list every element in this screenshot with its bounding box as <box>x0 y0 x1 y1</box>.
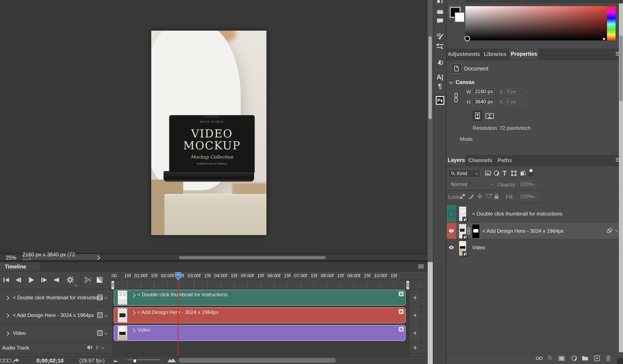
audio-speaker-icon[interactable] <box>87 345 93 350</box>
tab-timeline[interactable]: Timeline <box>0 262 40 271</box>
layer-thumbnail[interactable] <box>459 241 467 256</box>
canvas-width-field[interactable]: 2160 px <box>472 88 494 95</box>
panel-resize-corner[interactable] <box>617 358 623 364</box>
collapsed-tab-stubs[interactable] <box>466 0 623 3</box>
canvas-vertical-scrollbar-thumb[interactable] <box>428 36 432 119</box>
link-layers-button[interactable] <box>536 356 543 360</box>
layer-row-instructions[interactable]: < Double click thumbnail for instruction… <box>447 205 623 222</box>
audio-options-chevron-icon[interactable] <box>101 346 104 349</box>
comment-icon[interactable] <box>437 18 444 24</box>
timeline-scrollbar-strip[interactable] <box>428 262 433 364</box>
color-field-cursor-icon[interactable] <box>465 36 470 41</box>
delete-layer-trash-button[interactable] <box>605 355 611 362</box>
timeline-ruler[interactable]: 00 15f 01:00f 15f 02:00f 15f 03:00f 15f … <box>113 272 428 280</box>
audio-track-header[interactable]: Audio Track ♪ <box>0 342 112 353</box>
hue-marker-icon[interactable] <box>602 37 607 41</box>
filter-toggle-switch[interactable] <box>529 168 533 177</box>
filter-image-icon[interactable] <box>485 171 491 176</box>
panel-scrollbar-strip[interactable] <box>619 3 623 352</box>
tab-properties[interactable]: Properties <box>509 48 539 60</box>
playhead-handle[interactable] <box>175 272 181 280</box>
clip-expand-chevron-icon[interactable] <box>131 328 136 333</box>
track-clip-video[interactable]: Video <box>113 325 406 341</box>
clip-expand-chevron-icon[interactable] <box>131 311 136 315</box>
history-icon[interactable] <box>436 59 444 65</box>
paragraph-panel-icon[interactable]: ¶ <box>438 82 442 90</box>
document-type-icon[interactable] <box>451 63 462 74</box>
track-expand-chevron-icon[interactable] <box>5 296 9 300</box>
canvas-height-field[interactable]: 3840 px <box>472 98 494 105</box>
layer-thumbnail[interactable] <box>459 206 467 222</box>
timeline-zoom-slider-thumb[interactable] <box>132 358 138 363</box>
canvas-horizontal-scrollbar[interactable] <box>179 256 326 259</box>
fill-field[interactable]: 100% <box>517 193 537 201</box>
new-adjustment-layer-button[interactable] <box>571 355 578 362</box>
add-media-button[interactable]: + <box>409 324 421 342</box>
split-at-playhead-scissors-button[interactable] <box>84 276 92 283</box>
track-clip-instructions[interactable]: < Double click thumbnail for instruction… <box>113 289 406 306</box>
canvas-area[interactable]: MOYO STUDIO VIDEO MOCKUP Mockup Collecti… <box>0 0 428 253</box>
tab-layers[interactable]: Layers <box>447 155 466 165</box>
blend-mode-dropdown[interactable]: Normal <box>448 181 496 188</box>
clip-playback-badge-icon[interactable] <box>399 327 404 332</box>
brush-settings-icon[interactable] <box>436 33 444 40</box>
document-canvas[interactable]: MOYO STUDIO VIDEO MOCKUP Mockup Collecti… <box>151 31 267 235</box>
go-to-start-button[interactable] <box>3 277 10 283</box>
track-header-add-design[interactable]: < Add Design Here - 3024 x 1964px <box>0 306 112 324</box>
track-header-instructions[interactable]: < Double click thumbnail for instruction… <box>0 289 112 306</box>
tab-paths[interactable]: Paths <box>495 155 515 165</box>
brushes-icon[interactable] <box>436 43 444 50</box>
link-dimensions-icon[interactable] <box>454 93 458 102</box>
panel-scrollbar-thumb[interactable] <box>619 35 623 101</box>
track-expand-chevron-icon[interactable] <box>5 313 9 318</box>
layer-mask-thumbnail[interactable] <box>472 224 480 239</box>
kind-filter-dropdown[interactable]: Kind <box>448 169 480 178</box>
video-track-film-icon[interactable] <box>97 330 103 336</box>
add-layer-mask-button[interactable] <box>558 356 565 361</box>
orientation-landscape-button[interactable] <box>485 113 494 119</box>
track-options-chevron-icon[interactable] <box>104 314 107 317</box>
previous-frame-button[interactable] <box>15 277 22 283</box>
clip-playback-badge-icon[interactable] <box>399 309 404 314</box>
track-header-video[interactable]: Video <box>0 324 112 342</box>
audio-music-note-icon[interactable]: ♪ <box>95 343 99 350</box>
current-timecode[interactable]: 0;00;02;10 <box>32 357 68 364</box>
track-clip-add-design[interactable]: < Add Design Here - 3024 x 1964px <box>113 307 406 323</box>
canvas-section-chevron-icon[interactable] <box>449 80 453 84</box>
work-area-start-handle[interactable] <box>111 280 115 290</box>
next-frame-button[interactable] <box>41 277 48 283</box>
snapshot-icon[interactable] <box>436 0 444 5</box>
plugins-panel-icon[interactable]: P▮ <box>436 96 444 105</box>
mute-audio-button[interactable] <box>54 277 60 283</box>
frame-squares-icon[interactable] <box>0 359 4 362</box>
color-saturation-field[interactable] <box>465 6 607 40</box>
new-layer-button[interactable] <box>594 355 600 361</box>
orientation-portrait-button[interactable] <box>472 111 483 121</box>
clip-expand-chevron-icon[interactable] <box>131 293 136 298</box>
filter-shape-icon[interactable] <box>511 170 517 176</box>
lock-all-icon[interactable] <box>494 193 499 199</box>
color-hue-strip[interactable] <box>607 6 616 40</box>
gear-dropdown-chevron-icon[interactable] <box>75 283 78 286</box>
canvas-y-field[interactable]: 0 px <box>504 98 526 105</box>
track-expand-chevron-icon[interactable] <box>5 331 9 336</box>
work-area-end-handle[interactable] <box>406 280 410 290</box>
canvas-section-header[interactable]: Canvas <box>456 79 475 85</box>
timeline-horizontal-scrollbar[interactable] <box>178 358 336 363</box>
layer-options-chevron-icon[interactable] <box>615 229 618 232</box>
layer-visibility-cell[interactable] <box>447 205 456 222</box>
lock-paint-brush-icon[interactable] <box>468 193 474 199</box>
track-options-chevron-icon[interactable] <box>104 296 107 299</box>
filter-adjustment-icon[interactable] <box>493 170 499 176</box>
layer-style-fx-button[interactable]: fx <box>548 354 552 361</box>
video-track-film-icon[interactable] <box>97 294 103 300</box>
canvas-scrollbar-strip[interactable] <box>428 0 433 364</box>
lock-position-icon[interactable] <box>477 193 483 199</box>
filter-smart-object-icon[interactable] <box>520 170 526 176</box>
layer-visibility-cell[interactable] <box>447 222 456 239</box>
background-color-swatch[interactable] <box>455 12 465 22</box>
mask-link-icon[interactable] <box>467 227 470 235</box>
new-group-folder-button[interactable] <box>582 356 588 361</box>
lock-artboard-icon[interactable] <box>486 194 492 199</box>
tab-channels[interactable]: Channels <box>466 155 495 165</box>
